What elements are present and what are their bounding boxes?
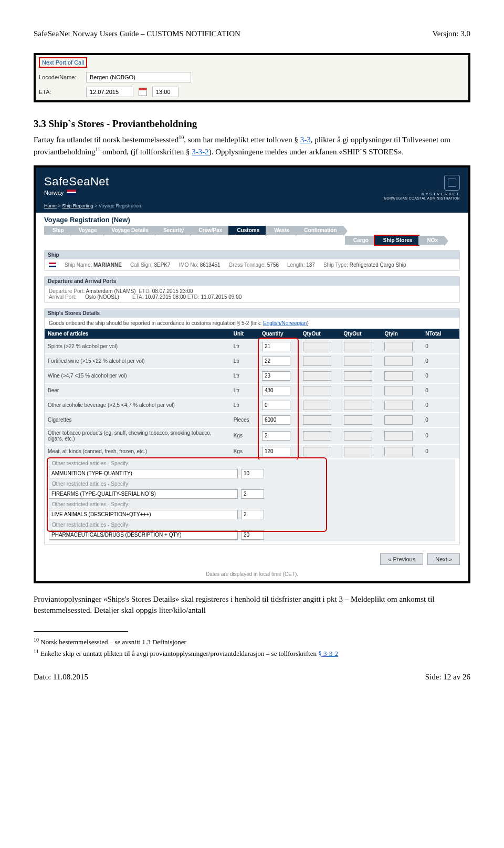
qtyin-input[interactable] [384, 415, 413, 425]
qtyout1-input[interactable] [303, 371, 331, 381]
ssn-brand: SafeSeaNet [44, 175, 109, 189]
panel-ship-stores-title: Ship's Stores Details [45, 309, 459, 318]
qtyin-input[interactable] [384, 371, 413, 381]
qtyin-input[interactable] [384, 431, 413, 441]
spec-qty-input[interactable] [241, 489, 264, 499]
locode-label: Locode/Name: [39, 74, 81, 80]
quantity-input[interactable] [262, 357, 290, 366]
qtyout2-input[interactable] [344, 401, 372, 410]
spec-label: Other restricted articles - Specify: [49, 459, 455, 467]
tab-crew-pax[interactable]: Crew/Pax [190, 226, 228, 235]
footnote-10: 10 Norsk bestemmelsessted – se avsnitt 1… [34, 636, 470, 647]
footnote-ref-10: 10 [178, 134, 184, 140]
ssn-country: Norway [44, 190, 64, 196]
spec-qty-input[interactable] [241, 510, 264, 519]
col-qtyout1: QtyOut [300, 329, 341, 339]
doc-title: SafeSeaNet Norway Users Guide – CUSTOMS … [34, 29, 240, 38]
breadcrumb-ship-reporting[interactable]: Ship Reporting [62, 203, 93, 208]
qtyout1-input[interactable] [303, 415, 331, 425]
quantity-input[interactable] [262, 431, 290, 441]
tab-waste[interactable]: Waste [266, 226, 296, 235]
qtyout1-input[interactable] [303, 447, 331, 456]
footer-date: Dato: 11.08.2015 [34, 673, 88, 682]
qtyout2-input[interactable] [344, 342, 372, 351]
article-unit: Ltr [230, 339, 259, 354]
next-port-of-call-label: Next Port of Call [39, 57, 87, 68]
link-tolloven-3-3[interactable]: 3-3 [300, 135, 311, 144]
article-name: Other tobacco products (eg. snuff, chewi… [45, 427, 230, 444]
spec-qty-input[interactable] [241, 469, 264, 478]
qtyout2-input[interactable] [344, 371, 372, 381]
quantity-input[interactable] [262, 342, 290, 351]
link-regulation-5-2[interactable]: English/Norwegian [263, 320, 307, 326]
ntotal-value: 0 [422, 444, 459, 458]
qtyout2-input[interactable] [344, 415, 372, 425]
tab-voyage-details[interactable]: Voyage Details [103, 226, 155, 235]
tab-customs[interactable]: Customs [228, 226, 266, 235]
locode-input[interactable] [86, 72, 191, 82]
article-unit: Kgs [230, 427, 259, 444]
quantity-input[interactable] [262, 447, 290, 456]
qtyin-input[interactable] [384, 401, 413, 410]
article-name: Wine (>4,7 <15 % alcohol per vol) [45, 369, 230, 383]
article-unit: Ltr [230, 369, 259, 383]
qtyin-input[interactable] [384, 447, 413, 456]
breadcrumb-home[interactable]: Home [44, 203, 57, 208]
tab-cargo[interactable]: Cargo [345, 236, 375, 245]
qtyout1-input[interactable] [303, 431, 331, 441]
article-name: Beer [45, 383, 230, 398]
panel-ports-title: Departure and Arrival Ports [45, 277, 459, 286]
spec-description-input[interactable] [49, 489, 238, 499]
spec-description-input[interactable] [49, 510, 238, 519]
ntotal-value: 0 [422, 369, 459, 383]
qtyout1-input[interactable] [303, 357, 331, 366]
link-footnote-3-3-2[interactable]: § 3-3-2 [318, 650, 338, 657]
tab-voyage[interactable]: Voyage [70, 226, 103, 235]
previous-button[interactable]: « Previous [380, 553, 423, 565]
qtyout2-input[interactable] [344, 386, 372, 395]
ntotal-value: 0 [422, 427, 459, 444]
kystverket-sublabel: NORWEGIAN COASTAL ADMINISTRATION [384, 196, 460, 200]
tab-security[interactable]: Security [155, 226, 190, 235]
table-row: Fortified wine (>15 <22 % alcohol per vo… [45, 354, 459, 369]
table-row: Spirits (>22 % alcohol per vol)Ltr0 [45, 339, 459, 354]
tab-confirmation[interactable]: Confirmation [296, 226, 343, 235]
qtyout2-input[interactable] [344, 357, 372, 366]
ntotal-value: 0 [422, 339, 459, 354]
tab-ship-stores[interactable]: Ship Stores [375, 236, 419, 245]
panel-ship-stores: Ship's Stores Details Goods onboard the … [44, 308, 460, 545]
qtyin-input[interactable] [384, 342, 413, 351]
quantity-input[interactable] [262, 371, 290, 381]
tab-nox[interactable]: NOx [418, 236, 444, 245]
col-quantity: Quantity [259, 329, 300, 339]
spec-description-input[interactable] [49, 530, 238, 540]
breadcrumb-current: Voyage Registration [99, 203, 141, 208]
ntotal-value: 0 [422, 383, 459, 398]
article-unit: Ltr [230, 398, 259, 413]
qtyout2-input[interactable] [344, 431, 372, 441]
quantity-input[interactable] [262, 415, 290, 425]
article-name: Fortified wine (>15 <22 % alcohol per vo… [45, 354, 230, 369]
eta-date-input[interactable] [86, 87, 133, 97]
next-button[interactable]: Next » [427, 553, 460, 565]
qtyout2-input[interactable] [344, 447, 372, 456]
qtyin-input[interactable] [384, 357, 413, 366]
table-row: Other alcoholic beverage (>2,5 <4,7 % al… [45, 398, 459, 413]
eta-time-input[interactable] [152, 87, 178, 97]
quantity-input[interactable] [262, 386, 290, 395]
qtyin-input[interactable] [384, 386, 413, 395]
article-unit: Ltr [230, 354, 259, 369]
eta-label: ETA: [39, 89, 81, 95]
spec-qty-input[interactable] [241, 530, 264, 540]
link-tollforskriften-3-3-2[interactable]: 3-3-2 [192, 148, 209, 156]
spec-description-input[interactable] [49, 469, 238, 478]
quantity-input[interactable] [262, 401, 290, 410]
tab-ship[interactable]: Ship [44, 226, 70, 235]
calendar-icon[interactable] [139, 88, 147, 96]
figure-next-port: Next Port of Call Locode/Name: ETA: [34, 53, 470, 102]
kystverket-logo-icon [444, 175, 460, 191]
qtyout1-input[interactable] [303, 401, 331, 410]
table-row: CigarettesPieces0 [45, 413, 459, 427]
qtyout1-input[interactable] [303, 386, 331, 395]
qtyout1-input[interactable] [303, 342, 331, 351]
